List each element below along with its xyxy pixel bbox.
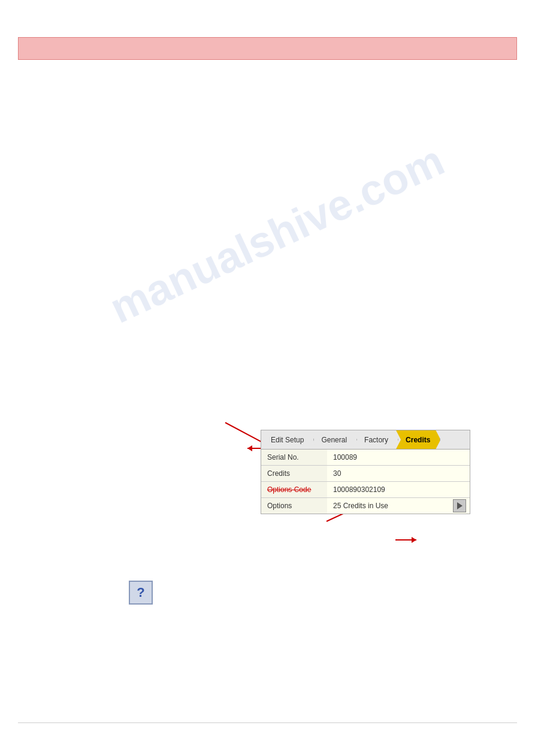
tab-general[interactable]: General <box>312 430 357 449</box>
options-code-strikethrough-label: Options Code <box>267 485 311 494</box>
tab-edit-setup[interactable]: Edit Setup <box>261 430 314 449</box>
options-value-text: 25 Credits in Use <box>333 502 388 510</box>
top-banner <box>18 37 517 60</box>
tabs-row: Edit Setup General Factory Credits <box>261 430 470 450</box>
table-row: Options 25 Credits in Use <box>261 498 470 514</box>
watermark: manualshive.com <box>102 135 451 333</box>
label-serial-no: Serial No. <box>261 450 327 466</box>
tab-credits[interactable]: Credits <box>396 430 440 449</box>
tab-factory-label: Factory <box>364 436 388 444</box>
table-row: Serial No. 100089 <box>261 450 470 466</box>
table-row: Options Code 1000890302109 <box>261 482 470 498</box>
label-options-code: Options Code <box>261 482 327 498</box>
tab-edit-setup-label: Edit Setup <box>271 436 304 444</box>
tab-factory[interactable]: Factory <box>355 430 398 449</box>
data-table: Serial No. 100089 Credits 30 Options Cod… <box>261 450 470 514</box>
value-credits: 30 <box>327 466 470 482</box>
bottom-separator <box>18 722 517 723</box>
table-row: Credits 30 <box>261 466 470 482</box>
label-options: Options <box>261 498 327 514</box>
setup-panel: Edit Setup General Factory Credits Seria… <box>261 430 470 514</box>
value-options-code: 1000890302109 <box>327 482 470 498</box>
help-label: ? <box>137 585 144 600</box>
help-button[interactable]: ? <box>129 581 153 605</box>
value-options: 25 Credits in Use <box>327 498 470 514</box>
tab-credits-label: Credits <box>406 436 430 444</box>
arrow-pointer-2 <box>395 539 416 541</box>
options-navigate-button[interactable] <box>453 499 466 512</box>
tab-general-label: General <box>321 436 347 444</box>
value-serial-no: 100089 <box>327 450 470 466</box>
label-credits: Credits <box>261 466 327 482</box>
